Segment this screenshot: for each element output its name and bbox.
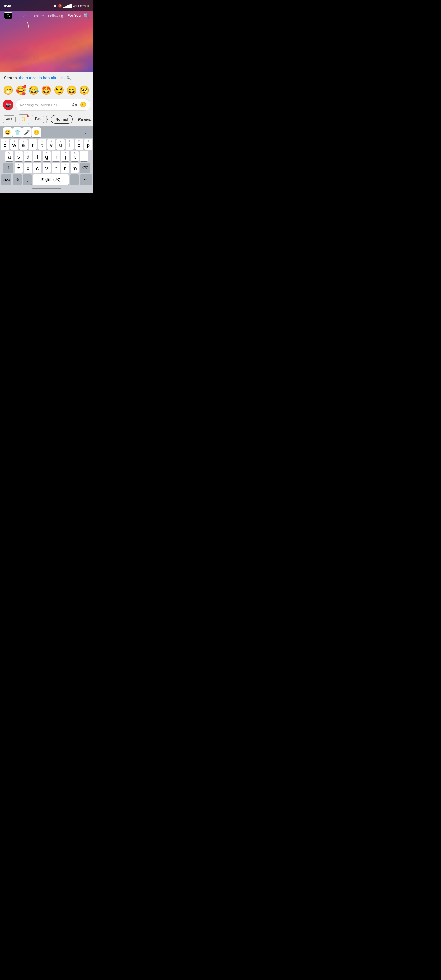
keyboard-row-2: @a #s £d _f &g -h +j (k )l — [1, 151, 92, 162]
keyboard-row-1: 1q 2w 3e 4r 5t 6y 7u 8i 9o 0p — [1, 139, 92, 150]
keyboard-shirt-btn[interactable]: 👕 — [13, 127, 22, 137]
tab-foryou[interactable]: For You — [67, 13, 81, 18]
hero-clouds — [0, 29, 93, 72]
shirt-icon: 👕 — [14, 129, 20, 135]
key-j[interactable]: +j — [61, 151, 69, 162]
big-i-label: IG — [38, 118, 41, 121]
key-emoji[interactable]: ☺ — [13, 174, 22, 185]
key-space[interactable]: English (UK) — [33, 174, 69, 185]
at-icon[interactable]: @ — [72, 102, 77, 108]
top-navigation: 📺 LIVE Friends Explore Following For You… — [0, 11, 93, 21]
keyboard-row-4: ?123 ☺ , English (UK) . ↵ — [1, 174, 92, 185]
font-random-button[interactable]: Random — [75, 115, 93, 124]
key-t[interactable]: 5t — [38, 139, 46, 150]
mic-icon: 🎤 — [24, 129, 30, 135]
emoji-star-struck[interactable]: 🤩 — [41, 85, 52, 95]
emoji-laugh[interactable]: 😂 — [28, 85, 39, 95]
key-o[interactable]: 9o — [75, 139, 83, 150]
key-x[interactable]: x — [24, 163, 32, 173]
bottom-bar — [0, 187, 93, 192]
search-query[interactable]: the sunset is beautiful isn't — [19, 76, 67, 80]
key-dot[interactable]: . — [70, 174, 79, 185]
emoji-smirk[interactable]: 😏 — [54, 85, 64, 95]
chevron-down-icon: ▾ — [46, 117, 48, 121]
chevron-down-icon: ⌄ — [84, 130, 87, 135]
tv-icon: 📺 — [7, 13, 10, 15]
key-d[interactable]: £d — [24, 151, 32, 162]
search-bar: Search: the sunset is beautiful isn't🔍 — [0, 72, 93, 83]
text-cursor — [65, 103, 65, 107]
key-s[interactable]: #s — [14, 151, 23, 162]
font-normal-button[interactable]: Normal — [51, 115, 73, 124]
key-z[interactable]: •z — [14, 163, 23, 173]
home-indicator — [32, 188, 61, 189]
key-k[interactable]: (k — [71, 151, 79, 162]
comment-input-box[interactable]: Replying to Lauren Deli @ 🙂 — [16, 99, 90, 111]
keyboard-top-row: 😀 👕 🎤 😶 ⌄ — [0, 126, 93, 138]
key-a[interactable]: @a — [5, 151, 13, 162]
key-backspace[interactable]: ⌫ — [80, 163, 90, 173]
keyboard-emoji-icon: 😀 — [5, 129, 11, 135]
nav-tabs: Friends Explore Following For You — [15, 13, 81, 18]
key-comma[interactable]: , — [23, 174, 32, 185]
emoji-row: 😁 🥰 😂 🤩 😏 😄 🥺 — [0, 83, 93, 97]
wifi-icon: WiFi — [73, 4, 79, 8]
font-chevron-button[interactable]: ▾ — [46, 115, 48, 124]
key-n[interactable]: !n — [61, 163, 69, 173]
camera-status-icon — [53, 4, 57, 8]
tab-following[interactable]: Following — [48, 14, 63, 18]
key-return[interactable]: ↵ — [80, 174, 92, 185]
live-badge[interactable]: 📺 LIVE — [4, 13, 13, 19]
moon-decoration — [23, 21, 30, 29]
keyboard-face-btn[interactable]: 😶 — [32, 127, 41, 137]
status-bar: 8:43 🔕 ▂▄▆█ WiFi 84% 🔋 — [0, 0, 93, 11]
status-time: 8:43 — [4, 4, 11, 8]
key-c[interactable]: c — [33, 163, 41, 173]
key-i[interactable]: 8i — [66, 139, 74, 150]
camera-icon: 📷 — [5, 102, 11, 107]
keyboard-mic-btn[interactable]: 🎤 — [22, 127, 32, 137]
key-g[interactable]: &g — [43, 151, 51, 162]
key-f[interactable]: _f — [33, 151, 41, 162]
key-r[interactable]: 4r — [29, 139, 37, 150]
font-style-row: ART ✨ B IG ▾ Normal Random — [0, 113, 93, 126]
key-shift[interactable]: ⇧ — [3, 163, 13, 173]
font-art-button[interactable]: ART — [3, 115, 16, 123]
big-label: B — [35, 117, 38, 121]
key-b[interactable]: ;b — [52, 163, 60, 173]
key-p[interactable]: 0p — [84, 139, 92, 150]
search-text: Search: the sunset is beautiful isn't🔍 — [4, 76, 89, 80]
emoji-sweat-smile[interactable]: 😄 — [66, 85, 77, 95]
tab-friends[interactable]: Friends — [15, 14, 27, 18]
key-v[interactable]: :v — [43, 163, 51, 173]
sticker-icon: ✨ — [21, 116, 26, 122]
user-avatar: 📷 — [3, 100, 13, 110]
key-l[interactable]: )l — [80, 151, 88, 162]
keyboard-collapse-btn[interactable]: ⌄ — [81, 127, 90, 137]
emoji-hearts[interactable]: 🥰 — [16, 85, 26, 95]
key-e[interactable]: 3e — [19, 139, 27, 150]
key-numbers[interactable]: ?123 — [1, 174, 11, 185]
search-label: Search: — [4, 76, 18, 80]
key-u[interactable]: 7u — [56, 139, 65, 150]
status-icons: 🔕 ▂▄▆█ WiFi 84% 🔋 — [53, 4, 89, 8]
key-q[interactable]: 1q — [1, 139, 9, 150]
keyboard: 1q 2w 3e 4r 5t 6y 7u 8i 9o 0p @a #s £d _… — [0, 138, 93, 187]
search-icon[interactable]: 🔍 — [84, 13, 89, 19]
font-big-button[interactable]: B IG — [32, 115, 44, 124]
key-h[interactable]: -h — [52, 151, 60, 162]
key-m[interactable]: ?m — [71, 163, 79, 173]
keyboard-emoji-btn[interactable]: 😀 — [3, 127, 13, 137]
signal-icon: ▂▄▆█ — [63, 4, 71, 8]
key-w[interactable]: 2w — [10, 139, 18, 150]
sticker-notification-dot — [27, 115, 29, 117]
emoji-grin[interactable]: 😁 — [3, 85, 14, 95]
battery-indicator: 84% 🔋 — [80, 4, 89, 7]
comment-input-row: 📷 Replying to Lauren Deli @ 🙂 — [0, 97, 93, 113]
emoji-pleading[interactable]: 🥺 — [79, 85, 90, 95]
comment-placeholder: Replying to Lauren Deli — [20, 103, 57, 107]
key-y[interactable]: 6y — [48, 139, 56, 150]
tab-explore[interactable]: Explore — [32, 14, 44, 18]
emoji-picker-icon[interactable]: 🙂 — [80, 102, 86, 108]
font-sticker-button[interactable]: ✨ — [18, 115, 29, 124]
